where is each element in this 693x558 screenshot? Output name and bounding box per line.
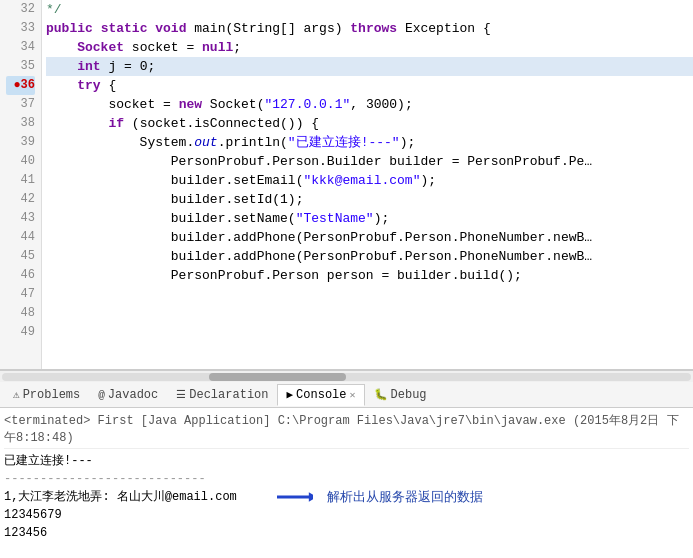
code-line: */ [46, 0, 693, 19]
code-line: builder.setName("TestName"); [46, 209, 693, 228]
tab-problems[interactable]: ⚠Problems [4, 384, 89, 406]
code-line: if (socket.isConnected()) { [46, 114, 693, 133]
tab-close-icon[interactable]: ✕ [350, 389, 356, 401]
line-number: 39 [6, 133, 35, 152]
code-line: try { [46, 76, 693, 95]
scrollbar-track[interactable] [2, 373, 691, 381]
code-lines: */public static void main(String[] args)… [42, 0, 693, 369]
line-number: 37 [6, 95, 35, 114]
code-line: int j = 0; [46, 57, 693, 76]
code-line: builder.setId(1); [46, 190, 693, 209]
line-number: 45 [6, 247, 35, 266]
console-line: 12345679 [4, 506, 689, 524]
console-line: 123456 [4, 524, 689, 542]
editor-scrollbar[interactable] [0, 370, 693, 382]
line-number: 42 [6, 190, 35, 209]
line-number: 49 [6, 323, 35, 342]
annotation-text: 解析出从服务器返回的数据 [277, 488, 483, 506]
tab-icon: ▶ [286, 388, 293, 401]
tab-debug[interactable]: 🐛Debug [365, 384, 436, 406]
tab-label: Console [296, 388, 346, 402]
tab-label: Debug [391, 388, 427, 402]
line-number: 46 [6, 266, 35, 285]
console-line: 1,大江李老洗地弄: 名山大川@email.com [4, 488, 237, 506]
line-number: 40 [6, 152, 35, 171]
arrow-icon [277, 489, 317, 505]
tab-javadoc[interactable]: @Javadoc [89, 384, 167, 406]
console-annotated-row: 1,大江李老洗地弄: 名山大川@email.com解析出从服务器返回的数据 [4, 488, 689, 506]
code-line: socket = new Socket("127.0.0.1", 3000); [46, 95, 693, 114]
line-number: 41 [6, 171, 35, 190]
tab-icon: ⚠ [13, 388, 20, 401]
code-line: PersonProbuf.Person person = builder.bui… [46, 266, 693, 285]
tab-icon: 🐛 [374, 388, 388, 401]
console-output: 已建立连接!-------------------------------1,大… [4, 452, 689, 542]
line-number: ●36 [6, 76, 35, 95]
tab-label: Javadoc [108, 388, 158, 402]
line-number: 34 [6, 38, 35, 57]
line-number: 38 [6, 114, 35, 133]
annotation-label: 解析出从服务器返回的数据 [327, 488, 483, 506]
tab-icon: @ [98, 389, 105, 401]
line-number: 48 [6, 304, 35, 323]
tab-label: Declaration [189, 388, 268, 402]
console-line: ---------------------------- [4, 470, 689, 488]
line-numbers: 32333435●3637383940414243444546474849 [0, 0, 42, 369]
line-number: 32 [6, 0, 35, 19]
editor-area: 32333435●3637383940414243444546474849 */… [0, 0, 693, 370]
code-line: builder.addPhone(PersonProbuf.Person.Pho… [46, 228, 693, 247]
bottom-tabs: ⚠Problems@Javadoc☰Declaration▶Console ✕🐛… [0, 382, 693, 408]
code-line: Socket socket = null; [46, 38, 693, 57]
line-number: 47 [6, 285, 35, 304]
code-line: System.out.println("已建立连接!---"); [46, 133, 693, 152]
line-number: 33 [6, 19, 35, 38]
line-number: 43 [6, 209, 35, 228]
code-line: PersonProbuf.Person.Builder builder = Pe… [46, 152, 693, 171]
line-number: 44 [6, 228, 35, 247]
console-area: <terminated> First [Java Application] C:… [0, 408, 693, 552]
tab-label: Problems [23, 388, 81, 402]
tab-declaration[interactable]: ☰Declaration [167, 384, 277, 406]
console-line: 已建立连接!--- [4, 452, 689, 470]
code-line: builder.addPhone(PersonProbuf.Person.Pho… [46, 247, 693, 266]
scrollbar-thumb[interactable] [209, 373, 347, 381]
line-number: 35 [6, 57, 35, 76]
tab-console[interactable]: ▶Console ✕ [277, 384, 364, 406]
code-line: public static void main(String[] args) t… [46, 19, 693, 38]
code-line: builder.setEmail("kkk@email.com"); [46, 171, 693, 190]
console-header: <terminated> First [Java Application] C:… [4, 410, 689, 449]
tab-icon: ☰ [176, 388, 186, 401]
